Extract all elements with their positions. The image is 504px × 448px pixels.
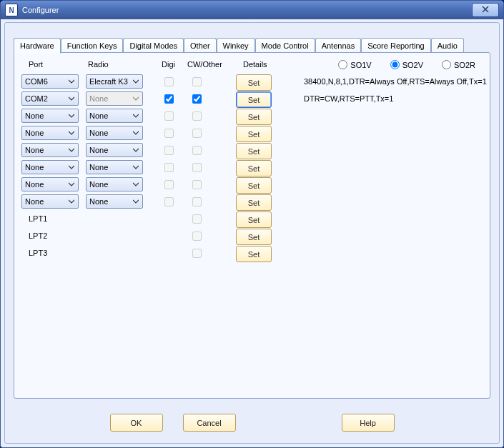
cw-check-0[interactable] <box>192 77 202 86</box>
cw-check-4[interactable] <box>192 146 202 155</box>
tab-digital-modes[interactable]: Digital Modes <box>123 38 184 54</box>
cw-check-6[interactable] <box>192 180 202 189</box>
radio-combo-5-value: None <box>89 163 108 171</box>
tab-audio[interactable]: Audio <box>431 38 464 54</box>
titlebar: N Configurer <box>1 1 503 19</box>
port-combo-4[interactable]: None <box>21 143 79 157</box>
window-root: N Configurer Hardware Function Keys Digi… <box>0 0 504 448</box>
chevron-down-icon <box>131 145 141 155</box>
window-title: Configurer <box>22 6 59 14</box>
cw-check-1[interactable] <box>192 94 202 104</box>
chevron-down-icon <box>66 145 76 155</box>
set-button-0[interactable]: Set <box>236 74 272 91</box>
tab-winkey[interactable]: Winkey <box>217 38 255 54</box>
set-button-lpt1[interactable]: Set <box>236 211 272 228</box>
chevron-down-icon <box>66 111 76 121</box>
cw-check-lpt1[interactable] <box>192 214 202 224</box>
cw-check-5[interactable] <box>192 163 202 172</box>
chevron-down-icon <box>66 162 76 172</box>
header-cwother: CW/Other <box>187 60 222 69</box>
radio-combo-4-value: None <box>89 146 108 154</box>
set-button-7[interactable]: Set <box>236 194 272 211</box>
port-combo-0[interactable]: COM6 <box>21 74 79 89</box>
port-combo-5[interactable]: None <box>21 160 79 174</box>
tab-strip: Hardware Function Keys Digital Modes Oth… <box>14 37 464 53</box>
close-button[interactable] <box>472 3 499 17</box>
chevron-down-icon <box>131 94 141 104</box>
radio-combo-0[interactable]: Elecraft K3 <box>86 74 143 89</box>
port-combo-7[interactable]: None <box>21 194 79 209</box>
radio-combo-1[interactable]: None <box>86 91 143 106</box>
set-button-6[interactable]: Set <box>236 177 272 194</box>
tab-mode-control[interactable]: Mode Control <box>255 38 315 54</box>
set-button-1[interactable]: Set <box>236 91 272 108</box>
digi-check-4[interactable] <box>164 146 174 155</box>
port-combo-1[interactable]: COM2 <box>21 91 79 106</box>
dialog-button-bar: OK Cancel Help <box>5 414 499 432</box>
cw-check-lpt2[interactable] <box>192 232 202 241</box>
header-port: Port <box>29 60 43 69</box>
radio-combo-1-value: None <box>89 94 108 103</box>
port-combo-7-value: None <box>25 197 44 206</box>
help-button[interactable]: Help <box>342 414 395 432</box>
chevron-down-icon <box>66 94 76 104</box>
tab-antennas[interactable]: Antennas <box>315 38 361 54</box>
hardware-panel: Port Radio Digi CW/Other Details SO1V SO… <box>14 52 490 399</box>
cw-check-7[interactable] <box>192 197 202 206</box>
digi-check-5[interactable] <box>164 163 174 172</box>
cw-check-lpt3[interactable] <box>192 249 202 258</box>
radio-so2r[interactable]: SO2R <box>442 60 475 69</box>
cancel-button[interactable]: Cancel <box>183 414 236 432</box>
chevron-down-icon <box>66 76 76 86</box>
chevron-down-icon <box>131 162 141 172</box>
chevron-down-icon <box>66 196 76 206</box>
radio-so1v[interactable]: SO1V <box>338 60 371 69</box>
digi-check-0[interactable] <box>164 77 174 86</box>
set-button-4[interactable]: Set <box>236 143 272 159</box>
radio-combo-2-value: None <box>89 111 108 120</box>
chevron-down-icon <box>131 196 141 206</box>
chevron-down-icon <box>131 111 141 121</box>
digi-check-6[interactable] <box>164 180 174 189</box>
tab-score-reporting[interactable]: Score Reporting <box>361 38 431 54</box>
digi-check-3[interactable] <box>164 129 174 138</box>
lpt1-label: LPT1 <box>29 214 47 223</box>
lpt3-label: LPT3 <box>29 249 47 257</box>
tab-function-keys[interactable]: Function Keys <box>61 38 124 54</box>
radio-combo-2[interactable]: None <box>86 109 143 123</box>
port-combo-5-value: None <box>25 163 44 171</box>
chevron-down-icon <box>66 128 76 138</box>
tab-other[interactable]: Other <box>184 38 217 54</box>
radio-combo-3[interactable]: None <box>86 126 143 140</box>
close-icon <box>482 6 489 14</box>
port-combo-4-value: None <box>25 146 44 154</box>
radio-combo-5[interactable]: None <box>86 160 143 174</box>
cw-check-3[interactable] <box>192 129 202 138</box>
port-combo-3[interactable]: None <box>21 126 79 140</box>
digi-check-7[interactable] <box>164 197 174 206</box>
radio-combo-6[interactable]: None <box>86 177 143 191</box>
radio-combo-7-value: None <box>89 197 108 206</box>
radio-combo-7[interactable]: None <box>86 194 143 209</box>
digi-check-1[interactable] <box>164 94 174 104</box>
digi-check-2[interactable] <box>164 111 174 121</box>
set-button-3[interactable]: Set <box>236 126 272 142</box>
details-text-1: DTR=CW,RTS=PTT,Tx=1 <box>304 94 393 103</box>
set-button-5[interactable]: Set <box>236 160 272 176</box>
radio-so2v[interactable]: SO2V <box>390 60 423 69</box>
radio-so2r-label: SO2R <box>454 61 475 69</box>
port-combo-2[interactable]: None <box>21 109 79 123</box>
cw-check-2[interactable] <box>192 111 202 121</box>
lpt2-label: LPT2 <box>29 232 47 240</box>
set-button-2[interactable]: Set <box>236 109 272 125</box>
tab-hardware[interactable]: Hardware <box>14 38 61 54</box>
set-button-lpt3[interactable]: Set <box>236 246 272 262</box>
radio-combo-4[interactable]: None <box>86 143 143 157</box>
set-button-lpt2[interactable]: Set <box>236 229 272 245</box>
port-combo-6[interactable]: None <box>21 177 79 191</box>
ok-button[interactable]: OK <box>110 414 163 432</box>
chevron-down-icon <box>66 179 76 189</box>
chevron-down-icon <box>131 179 141 189</box>
client-area: Hardware Function Keys Digital Modes Oth… <box>4 22 500 444</box>
port-combo-1-value: COM2 <box>25 94 48 103</box>
